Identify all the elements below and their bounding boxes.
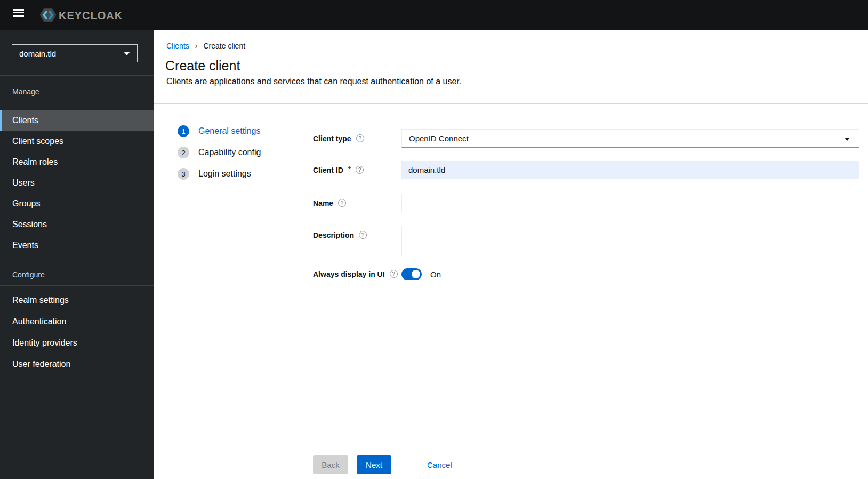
sidebar-item-label: Identity providers — [12, 338, 77, 348]
sidebar-divider — [0, 75, 154, 76]
always-display-toggle[interactable] — [401, 268, 422, 280]
caret-down-icon — [124, 52, 130, 55]
breadcrumb-current: Create client — [203, 42, 245, 50]
toggle-knob — [412, 270, 420, 278]
description-label: Description ? — [313, 226, 367, 244]
help-icon[interactable]: ? — [356, 166, 364, 174]
help-icon[interactable]: ? — [338, 199, 346, 207]
sidebar-item-users[interactable]: Users — [0, 172, 154, 193]
wizard-nav-divider — [300, 113, 300, 479]
keycloak-logo-icon: KEYCLOAK — [39, 7, 123, 22]
sidebar-item-realm-roles[interactable]: Realm roles — [0, 151, 154, 172]
client-type-value: OpenID Connect — [409, 134, 469, 143]
wizard-step-general-settings[interactable]: 1 General settings — [178, 125, 261, 137]
sidebar-item-label: Client scopes — [12, 137, 63, 146]
step-label: General settings — [198, 126, 261, 136]
sidebar-item-label: Authentication — [12, 317, 66, 326]
always-display-label: Always display in UI ? — [313, 265, 398, 283]
sidebar-item-label: Sessions — [12, 220, 47, 229]
sidebar-item-label: Clients — [12, 116, 38, 125]
client-type-select[interactable]: OpenID Connect — [401, 129, 859, 148]
sidebar-item-authentication[interactable]: Authentication — [0, 311, 154, 332]
sidebar-divider — [0, 103, 154, 103]
hamburger-bar — [13, 9, 24, 11]
label-text: Description — [313, 231, 354, 239]
chevron-right-icon: › — [195, 42, 198, 50]
sidebar-item-realm-settings[interactable]: Realm settings — [0, 290, 154, 311]
label-text: Client type — [313, 134, 351, 143]
page-title: Create client — [165, 58, 240, 74]
sidebar-item-label: Realm settings — [12, 296, 69, 305]
step-number-badge: 2 — [178, 147, 189, 158]
sidebar-item-events[interactable]: Events — [0, 235, 154, 256]
cancel-link[interactable]: Cancel — [427, 455, 452, 474]
nav-group-title-manage: Manage — [12, 87, 39, 96]
sidebar-item-label: Groups — [12, 199, 40, 209]
step-number-badge: 3 — [178, 168, 189, 180]
breadcrumb: Clients › Create client — [166, 42, 245, 50]
required-asterisk: * — [348, 165, 351, 173]
realm-selector-value: domain.tld — [19, 49, 56, 58]
label-text: Always display in UI — [313, 270, 385, 278]
hamburger-bar — [13, 12, 24, 14]
client-id-label: Client ID * ? — [313, 161, 364, 179]
next-button[interactable]: Next — [357, 455, 391, 474]
realm-selector[interactable]: domain.tld — [12, 44, 138, 62]
step-number-badge: 1 — [178, 125, 189, 137]
breadcrumb-link-clients[interactable]: Clients — [166, 42, 189, 50]
sidebar: domain.tld Manage Clients Client scopes … — [0, 30, 154, 479]
masthead: KEYCLOAK — [0, 0, 868, 30]
help-icon[interactable]: ? — [390, 270, 398, 278]
sidebar-item-label: Events — [12, 241, 38, 250]
description-textarea[interactable] — [401, 226, 859, 256]
wizard-step-capability-config[interactable]: 2 Capability config — [178, 147, 261, 158]
sidebar-item-label: Realm roles — [12, 157, 58, 167]
hamburger-bar — [13, 15, 24, 17]
sidebar-item-identity-providers[interactable]: Identity providers — [0, 332, 154, 354]
sidebar-item-groups[interactable]: Groups — [0, 193, 154, 214]
header-divider — [154, 103, 868, 104]
sidebar-item-label: Users — [12, 178, 35, 188]
step-label: Login settings — [198, 169, 251, 179]
label-text: Client ID — [313, 166, 343, 174]
sidebar-item-sessions[interactable]: Sessions — [0, 214, 154, 235]
nav-group-title-configure: Configure — [12, 270, 45, 279]
hamburger-menu-icon[interactable] — [13, 9, 25, 17]
sidebar-divider — [0, 285, 154, 286]
help-icon[interactable]: ? — [359, 231, 367, 239]
name-label: Name ? — [313, 194, 346, 212]
label-text: Name — [313, 199, 333, 207]
keycloak-logo[interactable]: KEYCLOAK — [39, 7, 123, 25]
caret-down-icon — [845, 138, 850, 141]
sidebar-item-clients[interactable]: Clients — [0, 110, 154, 131]
client-id-input[interactable] — [401, 161, 859, 179]
brand-text: KEYCLOAK — [59, 10, 123, 21]
sidebar-item-label: User federation — [12, 360, 70, 369]
page-subtitle: Clients are applications and services th… — [166, 77, 461, 86]
resize-handle-icon[interactable] — [853, 249, 858, 254]
wizard-step-login-settings[interactable]: 3 Login settings — [178, 168, 251, 180]
toggle-state-label: On — [430, 268, 441, 280]
help-icon[interactable]: ? — [356, 134, 364, 142]
client-type-label: Client type ? — [313, 129, 364, 148]
name-input[interactable] — [401, 194, 859, 212]
sidebar-item-client-scopes[interactable]: Client scopes — [0, 131, 154, 151]
sidebar-item-user-federation[interactable]: User federation — [0, 354, 154, 375]
step-label: Capability config — [198, 148, 261, 157]
back-button[interactable]: Back — [313, 455, 348, 474]
description-field-wrap — [401, 226, 859, 256]
